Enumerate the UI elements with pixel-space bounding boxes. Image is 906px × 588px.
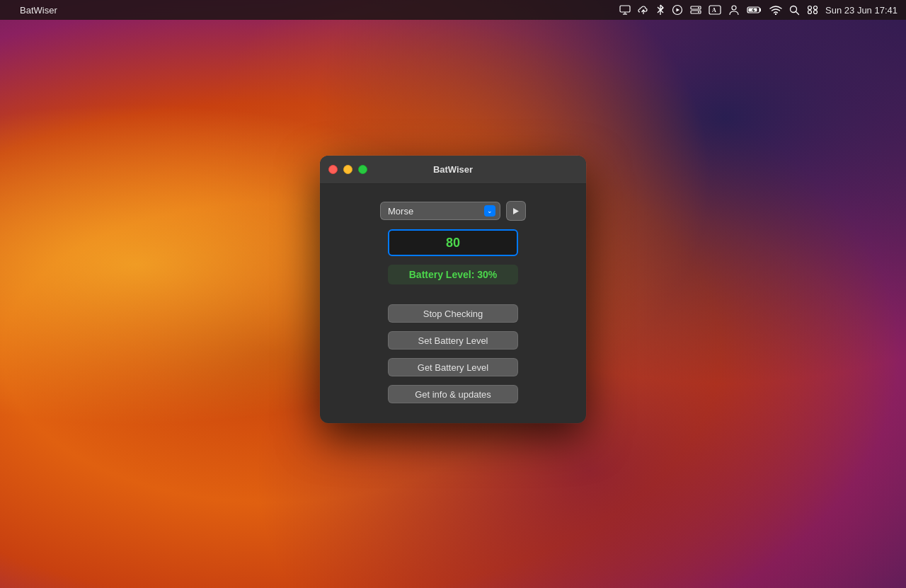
display-icon[interactable] <box>619 5 631 15</box>
svg-point-8 <box>698 11 699 13</box>
svg-text:A: A <box>712 7 716 13</box>
play-icon <box>512 207 520 215</box>
set-battery-level-label: Set Battery Level <box>418 335 488 346</box>
wifi-icon[interactable] <box>769 5 782 15</box>
app-menu-name[interactable]: BatWiser <box>20 5 57 16</box>
close-button[interactable] <box>328 165 338 174</box>
menubar-right: A <box>619 4 898 16</box>
window-controls <box>328 165 367 174</box>
battery-charging-icon[interactable] <box>747 5 762 15</box>
mode-dropdown[interactable]: Morse ⌄ <box>380 202 500 220</box>
bluetooth-icon[interactable] <box>656 4 665 16</box>
svg-point-14 <box>775 13 776 15</box>
battery-value-input[interactable]: 80 <box>388 229 518 256</box>
text-input-icon[interactable]: A <box>709 5 721 15</box>
account-icon[interactable] <box>728 4 740 16</box>
stop-checking-label: Stop Checking <box>423 309 483 319</box>
play-circle-icon[interactable] <box>672 4 683 16</box>
svg-point-11 <box>732 6 736 10</box>
svg-point-20 <box>814 11 818 14</box>
menubar: BatWiser <box>0 0 906 20</box>
get-battery-level-button[interactable]: Get Battery Level <box>388 358 518 376</box>
creative-cloud-icon[interactable] <box>638 5 649 15</box>
svg-point-7 <box>698 7 699 8</box>
dropdown-selected-value: Morse <box>388 206 413 217</box>
search-icon[interactable] <box>789 5 800 16</box>
svg-line-16 <box>796 11 799 14</box>
svg-point-19 <box>808 11 812 14</box>
battery-value-text: 80 <box>446 236 460 250</box>
dropdown-row: Morse ⌄ <box>334 201 572 221</box>
get-info-updates-button[interactable]: Get info & updates <box>388 385 518 403</box>
minimize-button[interactable] <box>343 165 352 174</box>
storage-icon[interactable] <box>690 5 701 15</box>
svg-point-17 <box>808 6 812 10</box>
window-titlebar: BatWiser <box>320 156 586 184</box>
set-battery-level-button[interactable]: Set Battery Level <box>388 331 518 350</box>
stop-checking-button[interactable]: Stop Checking <box>388 304 518 323</box>
menubar-datetime: Sun 23 Jun 17:41 <box>825 5 898 16</box>
svg-rect-0 <box>620 6 630 12</box>
menubar-left: BatWiser <box>8 5 57 16</box>
get-info-updates-label: Get info & updates <box>415 389 491 400</box>
svg-point-18 <box>814 6 818 10</box>
control-center-icon[interactable] <box>807 5 818 15</box>
battery-level-text: Battery Level: 30% <box>409 269 498 280</box>
window-title: BatWiser <box>433 164 473 175</box>
play-button[interactable] <box>506 201 526 221</box>
app-window: BatWiser Morse ⌄ 80 Battery Level: 30% <box>320 156 586 423</box>
battery-level-display: Battery Level: 30% <box>388 265 518 284</box>
window-content: Morse ⌄ 80 Battery Level: 30% Stop Check… <box>320 184 586 423</box>
get-battery-level-label: Get Battery Level <box>418 362 488 373</box>
maximize-button[interactable] <box>358 165 367 174</box>
dropdown-arrow-icon: ⌄ <box>484 205 495 217</box>
